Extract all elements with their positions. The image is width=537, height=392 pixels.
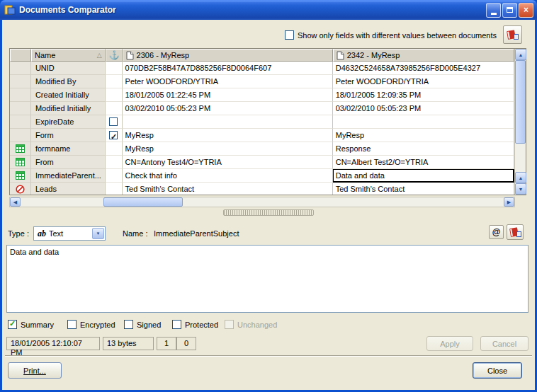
doc1-value-cell[interactable] — [123, 115, 333, 129]
cancel-button[interactable]: Cancel — [480, 336, 528, 351]
anchor-cell[interactable] — [106, 142, 123, 156]
table-row[interactable]: Modified Initially 03/02/2010 05:05:23 P… — [10, 102, 514, 115]
vertical-scrollbar-thumb[interactable] — [515, 60, 526, 144]
scroll-up-button[interactable]: ▲ — [515, 49, 526, 60]
protected-checkbox[interactable] — [172, 320, 181, 329]
type-label: Type : — [8, 229, 29, 238]
vertical-scrollbar[interactable]: ▲ ▲ ▼ — [514, 49, 526, 195]
anchor-cell[interactable] — [106, 88, 123, 102]
table-row[interactable]: Created Initially 18/01/2005 01:22:45 PM… — [10, 88, 514, 102]
no-entry-icon — [16, 185, 25, 194]
doc1-value-cell[interactable]: 070DB2F58B47A7D885256F8D0064F607 — [123, 62, 333, 75]
doc1-value-cell[interactable]: Ted Smith's Contact — [123, 183, 333, 195]
field-name-cell[interactable]: Created Initially — [31, 88, 106, 102]
row-icon-cell — [10, 102, 31, 115]
doc2-value-cell[interactable]: MyResp — [333, 129, 514, 142]
anchor-cell[interactable] — [106, 102, 123, 115]
grid-header-anchor[interactable]: ⚓ — [106, 49, 123, 62]
field-name-cell[interactable]: UNID — [31, 62, 106, 75]
filter-label: Show only fields with different values b… — [298, 31, 497, 40]
grid-header-doc1[interactable]: 2306 - MyResp — [123, 49, 333, 62]
doc2-value-cell[interactable]: Peter WOODFORD/YTRIA — [333, 75, 514, 88]
comparator-tool-button[interactable] — [503, 25, 522, 44]
table-row[interactable]: formname MyResp Response — [10, 142, 514, 156]
encrypted-checkbox[interactable] — [67, 320, 77, 329]
scroll-right-button[interactable]: ▶ — [504, 197, 514, 207]
signed-checkbox[interactable] — [124, 320, 133, 329]
doc1-value-cell[interactable]: MyResp — [123, 142, 333, 156]
close-button[interactable]: Close — [473, 362, 522, 379]
field-name-cell[interactable]: formname — [31, 142, 106, 156]
field-name-cell[interactable]: ExpireDate — [31, 115, 106, 129]
field-name-cell[interactable]: Form — [31, 129, 106, 142]
field-name-cell[interactable]: ImmediateParent... — [31, 169, 106, 183]
anchor-cell[interactable] — [106, 169, 123, 183]
doc2-value-cell-selected[interactable]: Data and data — [333, 169, 514, 183]
doc2-value-cell[interactable]: 03/02/2010 05:05:23 PM — [333, 102, 514, 115]
horizontal-scrollbar[interactable]: ◀ ▶ — [9, 197, 515, 207]
type-dropdown[interactable]: ab Text ▼ — [33, 226, 106, 241]
title-bar[interactable]: Documents Comparator × — [0, 0, 537, 20]
doc2-value-cell[interactable]: CN=Albert Test2/O=YTRIA — [333, 156, 514, 169]
red-book-icon — [509, 226, 522, 238]
minimize-button[interactable] — [486, 3, 501, 18]
maximize-button[interactable] — [502, 3, 517, 18]
doc2-header-label: 2342 - MyResp — [347, 49, 400, 62]
apply-button[interactable]: Apply — [426, 336, 473, 351]
filter-checkbox[interactable] — [285, 30, 294, 40]
field-name-cell[interactable]: Leads — [31, 183, 106, 195]
doc2-value-cell[interactable]: Ted Smith's Contact — [333, 183, 514, 195]
doc1-value-cell[interactable]: 03/02/2010 05:05:23 PM — [123, 102, 333, 115]
print-button[interactable]: Print... — [8, 362, 62, 379]
anchor-cell[interactable] — [106, 62, 123, 75]
unchanged-checkbox — [225, 320, 234, 329]
filter-row: Show only fields with different values b… — [285, 30, 497, 40]
table-row[interactable]: UNID 070DB2F58B47A7D885256F8D0064F607 D4… — [10, 62, 514, 75]
field-name-cell[interactable]: Modified Initially — [31, 102, 106, 115]
anchor-cell[interactable] — [106, 183, 123, 195]
anchor-cell[interactable] — [106, 156, 123, 169]
field-name-cell[interactable]: From — [31, 156, 106, 169]
anchor-cell[interactable] — [106, 75, 123, 88]
doc2-value-cell[interactable]: Response — [333, 142, 514, 156]
close-window-button[interactable]: × — [519, 3, 533, 18]
scroll-down-button[interactable]: ▼ — [515, 183, 526, 195]
count-1: 1 — [157, 337, 176, 350]
table-row[interactable]: ExpireDate — [10, 115, 514, 129]
grid-corner-header[interactable] — [10, 49, 31, 62]
table-row[interactable]: From CN=Antony Test4/O=YTRIA CN=Albert T… — [10, 156, 514, 169]
at-formula-button[interactable]: @ — [489, 225, 504, 239]
doc1-value-cell[interactable]: CN=Antony Test4/O=YTRIA — [123, 156, 333, 169]
doc2-value-cell[interactable]: D4632C524658A73985256F8D005E4327 — [333, 62, 514, 75]
anchor-cell[interactable] — [106, 129, 123, 142]
doc1-value-cell[interactable]: MyResp — [123, 129, 333, 142]
row-checkbox[interactable] — [109, 117, 118, 126]
signed-flag: Signed — [124, 320, 161, 329]
grid-header-name[interactable]: Name △ — [31, 49, 106, 62]
table-row-selected[interactable]: ImmediateParent... Check that info Data … — [10, 169, 514, 183]
doc1-value-cell[interactable]: Peter WOODFORD/YTRIA — [123, 75, 333, 88]
row-icon-cell — [10, 88, 31, 102]
horizontal-scrollbar-thumb[interactable] — [103, 197, 183, 207]
grid-header-doc2[interactable]: 2342 - MyResp — [333, 49, 514, 62]
table-row[interactable]: Leads Ted Smith's Contact Ted Smith's Co… — [10, 183, 514, 195]
chevron-down-icon[interactable]: ▼ — [92, 228, 104, 239]
sort-ascending-icon: △ — [97, 49, 102, 62]
doc1-value-cell[interactable]: Check that info — [123, 169, 333, 183]
pane-splitter-handle[interactable] — [223, 209, 314, 216]
comparator-field-button[interactable] — [507, 224, 524, 240]
summary-checkbox[interactable] — [8, 320, 17, 329]
field-size: 13 bytes — [103, 337, 154, 350]
doc2-value-cell[interactable]: 18/01/2005 12:09:35 PM — [333, 88, 514, 102]
doc1-value-cell[interactable]: 18/01/2005 01:22:45 PM — [123, 88, 333, 102]
table-row[interactable]: Form MyResp MyResp — [10, 129, 514, 142]
scroll-left-button[interactable]: ◀ — [10, 197, 21, 207]
row-checkbox[interactable] — [109, 131, 118, 139]
field-name-cell[interactable]: Modified By — [31, 75, 106, 88]
table-row[interactable]: Modified By Peter WOODFORD/YTRIA Peter W… — [10, 75, 514, 88]
unchanged-label: Unchanged — [237, 321, 277, 329]
scroll-up-button-lower[interactable]: ▲ — [515, 172, 526, 183]
anchor-cell[interactable] — [106, 115, 123, 129]
field-value-textarea[interactable]: Data and data — [6, 245, 528, 313]
doc2-value-cell[interactable] — [333, 115, 514, 129]
